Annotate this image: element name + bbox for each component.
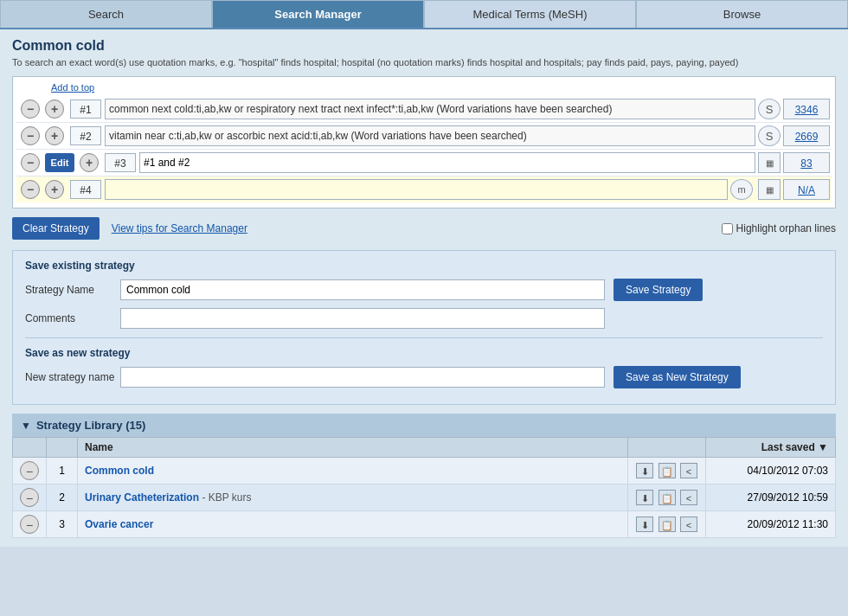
library-row-3: − 3 Ovarie cancer ⬇ 📋 < 20/09/2012 11:30 (13, 511, 836, 538)
remove-row-4-btn[interactable]: − (21, 180, 40, 199)
remove-row-1-btn[interactable]: − (21, 99, 40, 119)
main-content: Common cold To search an exact word(s) u… (0, 29, 848, 547)
library-table: Name Last saved ▼ − 1 Common cold ⬇ 📋 < … (12, 437, 836, 538)
edit-row-3-btn[interactable]: Edit (45, 153, 74, 172)
comments-row: Comments (25, 308, 823, 329)
new-strategy-name-input[interactable] (120, 367, 605, 388)
tab-browse[interactable]: Browse (636, 0, 848, 28)
save-strategy-btn[interactable]: Save Strategy (614, 279, 703, 301)
remove-library-3-icon[interactable]: − (20, 515, 39, 534)
tab-search[interactable]: Search (0, 0, 212, 28)
library-row-2-remove[interactable]: − (13, 484, 47, 511)
add-row-3-btn[interactable]: + (80, 153, 99, 172)
library-row-1-num: 1 (47, 458, 78, 484)
save-existing-title: Save existing strategy (25, 260, 823, 272)
share-icon-2[interactable]: < (680, 490, 697, 505)
add-row-1-btn[interactable]: + (45, 99, 64, 119)
orphan-label: Highlight orphan lines (722, 222, 836, 234)
row-3-count[interactable]: 83 (783, 152, 830, 173)
row-4-grid-icon[interactable]: ▦ (758, 179, 781, 200)
row-2-num: #2 (70, 126, 101, 145)
row-4-num: #4 (70, 180, 101, 199)
strategy-library-section: ▼ Strategy Library (15) Name Last saved … (12, 414, 836, 538)
row-4-input[interactable] (105, 179, 728, 200)
row-1-input[interactable] (105, 99, 755, 119)
remove-row-2-btn[interactable]: − (21, 126, 40, 145)
library-row-1-name[interactable]: Common cold (78, 458, 628, 484)
save-new-title: Save as new strategy (25, 347, 823, 359)
library-row-1-remove[interactable]: − (13, 458, 47, 484)
library-row-2-sub: - KBP kurs (202, 491, 251, 504)
load-icon-1[interactable]: 📋 (658, 463, 676, 478)
row-2-count[interactable]: 2669 (783, 125, 830, 146)
section-divider (25, 337, 823, 338)
download-icon-3[interactable]: ⬇ (636, 517, 653, 532)
share-icon-1[interactable]: < (680, 463, 697, 478)
library-title: Strategy Library (15) (36, 419, 145, 432)
library-row-2-actions: ⬇ 📋 < (628, 484, 706, 511)
add-row-4-btn[interactable]: + (45, 180, 64, 199)
comments-label: Comments (25, 312, 120, 324)
save-existing-section: Save existing strategy Strategy Name Sav… (12, 250, 836, 405)
add-row-2-btn[interactable]: + (45, 126, 64, 145)
row-2-input[interactable] (105, 125, 755, 146)
new-strategy-name-label: New strategy name (25, 371, 120, 383)
library-row-1-date: 04/10/2012 07:03 (706, 458, 836, 484)
strategy-name-label: Strategy Name (25, 284, 120, 296)
search-row-3: − Edit + #3 ▦ 83 (16, 150, 832, 176)
orphan-checkbox[interactable] (722, 223, 733, 234)
row-3-input[interactable] (139, 152, 755, 173)
remove-library-1-icon[interactable]: − (20, 461, 39, 480)
tab-medical-terms[interactable]: Medical Terms (MeSH) (424, 0, 636, 28)
tab-search-manager[interactable]: Search Manager (212, 0, 424, 28)
row-4-m-icon[interactable]: m (730, 179, 753, 200)
clear-strategy-btn[interactable]: Clear Strategy (12, 217, 100, 240)
library-row-3-date: 20/09/2012 11:30 (706, 511, 836, 538)
library-row-3-num: 3 (47, 511, 78, 538)
library-row-2-name[interactable]: Urinary Catheterization - KBP kurs (78, 484, 628, 511)
share-icon-3[interactable]: < (680, 517, 697, 532)
row-3-num: #3 (105, 153, 136, 172)
col-header-empty (13, 438, 47, 458)
add-to-top-link[interactable]: Add to top (51, 82, 832, 93)
download-icon-1[interactable]: ⬇ (636, 463, 653, 478)
library-row-2-date: 27/09/2012 10:59 (706, 484, 836, 511)
row-2-search-icon[interactable]: S (758, 125, 781, 146)
library-row-3-remove[interactable]: − (13, 511, 47, 538)
remove-library-2-icon[interactable]: − (20, 488, 39, 507)
library-header[interactable]: ▼ Strategy Library (15) (12, 414, 836, 437)
remove-row-3-btn[interactable]: − (21, 153, 40, 172)
strategy-name-row: Strategy Name Save Strategy (25, 279, 823, 301)
library-row-2: − 2 Urinary Catheterization - KBP kurs ⬇… (13, 484, 836, 511)
page-hint: To search an exact word(s) use quotation… (12, 57, 836, 67)
search-row-4: − + #4 m ▦ N/A (16, 176, 832, 202)
col-header-last-saved: Last saved ▼ (706, 438, 836, 458)
col-header-num (47, 438, 78, 458)
search-rows-container: Add to top − + #1 S 3346 − + #2 S 2669 −… (12, 76, 836, 209)
library-row-3-name[interactable]: Ovarie cancer (78, 511, 628, 538)
load-icon-2[interactable]: 📋 (658, 490, 676, 505)
col-header-actions (628, 438, 706, 458)
library-row-2-num: 2 (47, 484, 78, 511)
load-icon-3[interactable]: 📋 (658, 517, 676, 532)
comments-input[interactable] (120, 308, 605, 329)
search-row-1: − + #1 S 3346 (16, 96, 832, 123)
tips-link[interactable]: View tips for Search Manager (112, 222, 722, 234)
new-strategy-name-row: New strategy name Save as New Strategy (25, 366, 823, 388)
download-icon-2[interactable]: ⬇ (636, 490, 653, 505)
col-header-name: Name (78, 438, 628, 458)
tab-bar: Search Search Manager Medical Terms (MeS… (0, 0, 848, 29)
library-row-3-actions: ⬇ 📋 < (628, 511, 706, 538)
library-row-1-actions: ⬇ 📋 < (628, 458, 706, 484)
page-title: Common cold (12, 38, 836, 54)
row-1-num: #1 (70, 99, 101, 119)
library-arrow-icon: ▼ (21, 420, 31, 432)
save-as-new-strategy-btn[interactable]: Save as New Strategy (614, 366, 741, 388)
controls-bar: Clear Strategy View tips for Search Mana… (12, 217, 836, 240)
row-4-count[interactable]: N/A (783, 179, 830, 200)
row-1-search-icon[interactable]: S (758, 99, 781, 119)
library-row-1: − 1 Common cold ⬇ 📋 < 04/10/2012 07:03 (13, 458, 836, 484)
strategy-name-input[interactable] (120, 279, 605, 300)
row-3-grid-icon[interactable]: ▦ (758, 152, 781, 173)
row-1-count[interactable]: 3346 (783, 99, 830, 119)
